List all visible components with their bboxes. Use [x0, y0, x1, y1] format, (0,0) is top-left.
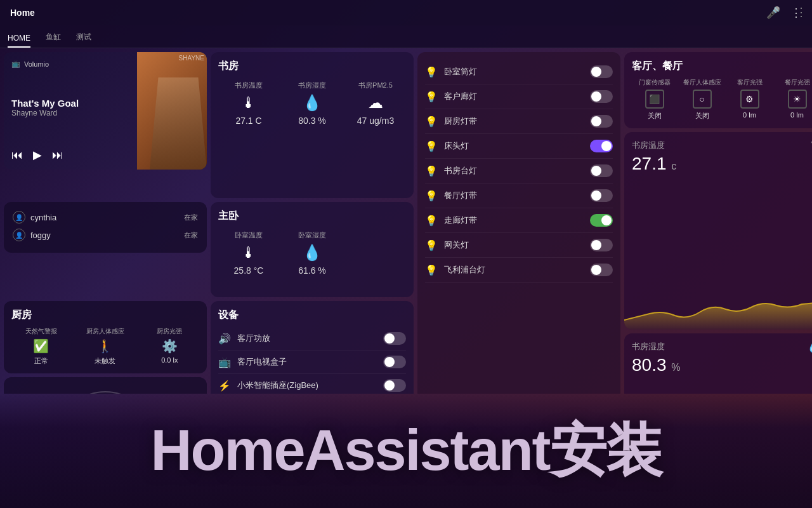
user-name-foggy: foggy — [30, 231, 51, 240]
light-toggle-4[interactable] — [590, 164, 613, 177]
kitchen-sensors: 天然气警报 ✅ 正常 厨房人体感应 🚶 未触发 厨房光强 ⚙️ 0.0 lx — [11, 327, 199, 366]
main-grid: 📺 Volumio That's My Goal Shayne Ward ⏮ ▶… — [0, 48, 812, 394]
prev-button[interactable]: ⏮ — [11, 149, 23, 162]
shufang-sensors: 书房温度 🌡 27.1 C 书房湿度 💧 80.3 % 书房PM2.5 ☁ 47… — [218, 81, 406, 126]
living-sensors: 门窗传感器 ⬛ 关闭 餐厅人体感应 ○ 关闭 客厅光强 ⚙ 0 lm 餐厅光强 … — [632, 78, 812, 121]
user-icon-cynthia: 👤 — [13, 211, 25, 224]
volumio-icon: 📺 — [11, 60, 20, 68]
media-title: That's My Goal — [11, 98, 129, 109]
user-icon-foggy: 👤 — [13, 229, 25, 241]
user-row-foggy: 👤 foggy 在家 — [13, 226, 198, 244]
media-source: 📺 Volumio — [11, 60, 129, 68]
zhuwu-humidity: 卧室湿度 💧 61.6 % — [282, 231, 343, 276]
temp-chart — [624, 291, 812, 330]
humidity-icon: 💧 — [303, 94, 322, 112]
user-status-foggy: 在家 — [184, 231, 198, 240]
user-status-cynthia: 在家 — [184, 213, 198, 222]
device-toggle-0[interactable] — [383, 332, 406, 345]
light-row-4: 💡 书房台灯 — [425, 159, 613, 184]
bulb-icon-6: 💡 — [425, 215, 438, 227]
bulb-icon-2: 💡 — [425, 116, 438, 128]
shebei-title: 设备 — [218, 309, 406, 322]
shufang-temp: 书房温度 🌡 27.1 C — [218, 81, 279, 126]
zhuwu-humidity-icon: 💧 — [303, 244, 322, 262]
media-album-art: SHAYNE — [137, 52, 207, 170]
play-button[interactable]: ▶ — [33, 148, 42, 162]
bulb-icon-8: 💡 — [425, 264, 438, 276]
bulb-icon-5: 💡 — [425, 190, 438, 202]
shufang-title: 书房 — [218, 60, 406, 73]
light-toggle-5[interactable] — [590, 189, 613, 202]
humidity-chart-card: 💧 书房湿度 80.3 % — [624, 333, 812, 394]
tab-ceshi[interactable]: 测试 — [76, 32, 91, 48]
shufang-pm25: 书房PM2.5 ☁ 47 ug/m3 — [345, 81, 406, 126]
bulb-icon-1: 💡 — [425, 91, 438, 103]
tab-home[interactable]: HOME — [8, 34, 30, 48]
living-sensor-2: 客厅光强 ⚙ 0 lm — [727, 78, 772, 121]
shufang-card: 书房 书房温度 🌡 27.1 C 书房湿度 💧 80.3 % 书房PM2.5 ☁… — [211, 52, 414, 198]
room-humidity-label: 书房湿度 — [632, 341, 812, 352]
sensor-motion: 厨房人体感应 🚶 未触发 — [75, 327, 134, 366]
zhuwu-temp-icon: 🌡 — [241, 244, 256, 262]
topbar: Home 🎤 ⋮ — [0, 0, 812, 25]
zhuwu-sensors: 卧室温度 🌡 25.8 °C 卧室湿度 💧 61.6 % — [218, 231, 406, 276]
device-toggle-2[interactable] — [383, 379, 406, 392]
living-sensor-3: 餐厅光强 ☀ 0 lm — [775, 78, 812, 121]
kitchen-title: 厨房 — [11, 309, 199, 322]
light-row-6: 💡 走廊灯带 — [425, 208, 613, 233]
device-row-2: ⚡ 小米智能插座(ZigBee) — [218, 374, 406, 394]
pm25-icon: ☁ — [368, 94, 383, 112]
gas-icon: ✅ — [33, 338, 49, 354]
bulb-icon-0: 💡 — [425, 66, 438, 78]
motion-sensor-icon: ○ — [693, 90, 712, 109]
light-sensor-icon: ⚙ — [740, 90, 759, 109]
light-row-7: 💡 网关灯 — [425, 233, 613, 258]
device-toggle-1[interactable] — [383, 356, 406, 368]
light-row-3: 💡 床头灯 — [425, 134, 613, 159]
device-row-0: 🔊 客厅功放 — [218, 327, 406, 351]
bottom-title: HomeAssistant安装 — [150, 412, 661, 490]
light-toggle-2[interactable] — [590, 115, 613, 128]
media-card: 📺 Volumio That's My Goal Shayne Ward ⏮ ▶… — [4, 52, 207, 170]
lights-card: 💡 卧室筒灯 💡 客户廊灯 💡 厨房灯带 💡 床头灯 — [417, 52, 620, 394]
media-artist: Shayne Ward — [11, 109, 129, 117]
living-card: 客厅、餐厅 门窗传感器 ⬛ 关闭 餐厅人体感应 ○ 关闭 客厅光强 ⚙ 0 lm — [624, 52, 812, 128]
light-toggle-7[interactable] — [590, 239, 613, 251]
tv-icon: 📺 — [218, 356, 231, 368]
light-toggle-0[interactable] — [590, 65, 613, 78]
light-icon: ⚙️ — [162, 338, 178, 354]
light-sensor2-icon: ☀ — [788, 90, 807, 109]
sensor-gas: 天然气警报 ✅ 正常 — [11, 327, 70, 366]
light-toggle-3[interactable] — [590, 140, 613, 152]
room-humidity-value: 80.3 % — [632, 355, 812, 375]
next-button[interactable]: ⏭ — [52, 149, 63, 162]
living-title: 客厅、餐厅 — [632, 60, 812, 73]
user-row-cynthia: 👤 cynthia 在家 — [13, 208, 198, 226]
zhuwu-card: 主卧 卧室温度 🌡 25.8 °C 卧室湿度 💧 61.6 % — [211, 202, 414, 297]
light-row-0: 💡 卧室筒灯 — [425, 60, 613, 84]
bulb-icon-3: 💡 — [425, 140, 438, 152]
light-toggle-1[interactable] — [590, 90, 613, 103]
device-row-1: 📺 客厅电视盒子 — [218, 351, 406, 374]
speaker-icon: 🔊 — [218, 333, 231, 345]
kitchen-card: 厨房 天然气警报 ✅ 正常 厨房人体感应 🚶 未触发 厨房光强 ⚙️ 0.0 l… — [4, 301, 207, 373]
humidity-drop-icon: 💧 — [807, 341, 812, 353]
living-sensor-1: 餐厅人体感应 ○ 关闭 — [679, 78, 724, 121]
media-controls: ⏮ ▶ ⏭ — [11, 148, 129, 162]
zhuwu-temp: 卧室温度 🌡 25.8 °C — [218, 231, 279, 276]
light-toggle-8[interactable] — [590, 264, 613, 276]
mic-icon[interactable]: 🎤 — [766, 6, 780, 20]
right-panel: 客厅、餐厅 门窗传感器 ⬛ 关闭 餐厅人体感应 ○ 关闭 客厅光强 ⚙ 0 lm — [624, 52, 812, 394]
light-toggle-6[interactable] — [590, 214, 613, 227]
light-row-5: 💡 餐厅灯带 — [425, 184, 613, 208]
temp-icon: 🌡 — [241, 94, 256, 112]
living-sensor-0: 门窗传感器 ⬛ 关闭 — [632, 78, 677, 121]
users-card: 👤 cynthia 在家 👤 foggy 在家 — [4, 202, 207, 253]
room-temp-value: 27.1 c — [632, 154, 812, 174]
shufang-humidity: 书房湿度 💧 80.3 % — [282, 81, 343, 126]
light-row-2: 💡 厨房灯带 — [425, 109, 613, 134]
user-name-cynthia: cynthia — [30, 213, 56, 222]
tab-yugang[interactable]: 鱼缸 — [46, 32, 61, 48]
nav-tabs: HOME 鱼缸 测试 — [0, 25, 812, 48]
zhuwu-title: 主卧 — [218, 210, 406, 223]
